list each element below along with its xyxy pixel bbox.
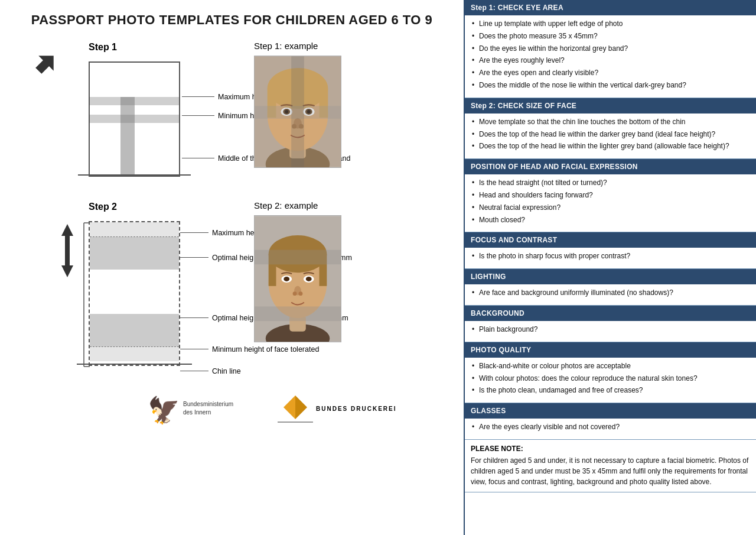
section-position-head: POSITION OF HEAD AND FACIAL EXPRESSIONIs… [465, 159, 756, 232]
svg-point-36 [293, 291, 297, 296]
ann-line2 [182, 115, 214, 116]
list-item: Move template so that the chin line touc… [471, 117, 750, 127]
opt-upper-band [90, 237, 179, 270]
face-min-label: Minimum height of face tolerated [208, 345, 319, 354]
list-item: Are face and background uniformly illumi… [471, 288, 750, 298]
section-header-check-eye-area: Step 1: CHECK EYE AREA [465, 0, 756, 15]
svg-point-32 [284, 277, 289, 281]
section-check-eye-area: Step 1: CHECK EYE AREALine up template w… [465, 0, 756, 98]
chin-annotation: Chin line [180, 367, 241, 375]
step1-example-container: Step 1: example [254, 41, 341, 168]
section-background: BACKGROUNDPlain background? [465, 306, 756, 342]
face-max-band [90, 222, 179, 237]
svg-point-34 [306, 277, 312, 281]
section-body-photo-quality: Black-and-white or colour photos are acc… [465, 358, 756, 403]
svg-text:🦅: 🦅 [148, 395, 177, 425]
list-item: Plain background? [471, 325, 750, 335]
bundesministerium-text: Bundesministerium des Innern [183, 400, 233, 417]
list-item: Are the eyes clearly visible and not cov… [471, 422, 750, 432]
section-body-background: Plain background? [465, 321, 756, 342]
section-focus-contrast: FOCUS AND CONTRASTIs the photo in sharp … [465, 232, 756, 269]
section-list-check-size-face: Move template so that the chin line touc… [471, 117, 750, 151]
list-item: Is the photo in sharp focus with proper … [471, 251, 750, 261]
please-note-text: For children aged 5 and under, it is not… [471, 455, 750, 487]
list-item: Does the top of the head lie within the … [471, 141, 750, 151]
footer: 🦅 Bundesministerium des Innern BUNDES DR… [148, 390, 446, 428]
druckerei-text: BUNDES DRUCKEREI [316, 406, 396, 412]
svg-marker-42 [284, 395, 295, 419]
sections-container: Step 1: CHECK EYE AREALine up template w… [465, 0, 756, 440]
eagle-icon: 🦅 [148, 393, 177, 425]
list-item: Are the eyes roughly level? [471, 56, 750, 66]
step2-face-svg [255, 216, 341, 342]
section-body-position-head: Is the head straight (not tilted or turn… [465, 174, 756, 232]
list-item: Mouth closed? [471, 215, 750, 225]
list-item: With colour photos: does the colour repr… [471, 374, 750, 384]
svg-rect-38 [255, 249, 341, 264]
list-item: Do the eyes lie within the horizontal gr… [471, 44, 750, 54]
list-item: Are the eyes open and clearly visible? [471, 68, 750, 78]
section-list-photo-quality: Black-and-white or colour photos are acc… [471, 361, 750, 395]
section-body-glasses: Are the eyes clearly visible and not cov… [465, 419, 756, 439]
left-panel: PASSPORT PHOTO TEMPLATES FOR CHILDREN AG… [0, 0, 464, 535]
chin-line-step2 [77, 364, 192, 365]
section-list-background: Plain background? [471, 325, 750, 335]
section-list-position-head: Is the head straight (not tilted or turn… [471, 178, 750, 225]
please-note-section: PLEASE NOTE: For children aged 5 and und… [465, 440, 756, 492]
bundesministerium-logo: 🦅 Bundesministerium des Innern [148, 393, 233, 425]
step1-diagram [89, 61, 180, 177]
please-note-box: PLEASE NOTE: For children aged 5 and und… [465, 440, 756, 492]
step1-section: Step 1 Maximum height of eyes [18, 41, 446, 183]
list-item: Does the photo measure 35 x 45mm? [471, 31, 750, 41]
druckerei-icon [275, 393, 316, 425]
section-list-check-eye-area: Line up template with upper left edge of… [471, 19, 750, 90]
step2-section: Step 2 [18, 200, 446, 372]
step1-face-svg [255, 56, 341, 167]
section-header-background: BACKGROUND [465, 306, 756, 321]
step2-example-photo [254, 215, 341, 342]
list-item: Is the head straight (not tilted or turn… [471, 178, 750, 188]
section-glasses: GLASSESAre the eyes clearly visible and … [465, 403, 756, 440]
please-note-title: PLEASE NOTE: [471, 445, 750, 453]
nose-band [120, 97, 135, 176]
step2-example-label: Step 2: example [254, 200, 341, 210]
list-item: Is the photo clean, undamaged and free o… [471, 385, 750, 395]
list-item: Does the top of the head lie within the … [471, 129, 750, 140]
section-header-lighting: LIGHTING [465, 269, 756, 284]
chin-label: Chin line [208, 367, 241, 375]
section-body-check-size-face: Move template so that the chin line touc… [465, 114, 756, 158]
bundes-druckerei-logo: BUNDES DRUCKEREI [275, 393, 396, 425]
section-header-check-size-face: Step 2: CHECK SIZE OF FACE [465, 98, 756, 114]
list-item: Neutral facial expression? [471, 203, 750, 213]
svg-marker-41 [295, 395, 307, 419]
section-header-photo-quality: PHOTO QUALITY [465, 342, 756, 358]
section-list-glasses: Are the eyes clearly visible and not cov… [471, 422, 750, 432]
section-header-focus-contrast: FOCUS AND CONTRAST [465, 232, 756, 248]
list-item: Black-and-white or colour photos are acc… [471, 361, 750, 371]
list-item: Head and shoulders facing forward? [471, 190, 750, 200]
section-check-size-face: Step 2: CHECK SIZE OF FACEMove template … [465, 98, 756, 159]
section-body-focus-contrast: Is the photo in sharp focus with proper … [465, 248, 756, 268]
section-header-position-head: POSITION OF HEAD AND FACIAL EXPRESSION [465, 159, 756, 174]
svg-rect-18 [291, 56, 304, 167]
main-title: PASSPORT PHOTO TEMPLATES FOR CHILDREN AG… [18, 12, 446, 29]
list-item: Does the middle of the nose lie within t… [471, 80, 750, 90]
bracket-svg [78, 222, 91, 367]
section-header-glasses: GLASSES [465, 403, 756, 419]
step1-example-photo [254, 56, 341, 168]
section-photo-quality: PHOTO QUALITYBlack-and-white or colour p… [465, 342, 756, 403]
step2-example-container: Step 2: example [254, 200, 341, 342]
list-item: Line up template with upper left edge of… [471, 19, 750, 29]
face-min-annotation: Minimum height of face tolerated [180, 345, 319, 354]
face-min-band [90, 346, 179, 361]
section-body-check-eye-area: Line up template with upper left edge of… [465, 15, 756, 98]
step2-diagram [89, 221, 180, 366]
section-list-focus-contrast: Is the photo in sharp focus with proper … [471, 251, 750, 261]
svg-rect-39 [255, 306, 341, 321]
ann-line3 [182, 158, 214, 158]
opt-lower-band [90, 314, 179, 346]
step1-example-label: Step 1: example [254, 41, 341, 51]
chin-line-step1 [78, 174, 191, 176]
section-lighting: LIGHTINGAre face and background uniforml… [465, 269, 756, 306]
section-list-lighting: Are face and background uniformly illumi… [471, 288, 750, 298]
